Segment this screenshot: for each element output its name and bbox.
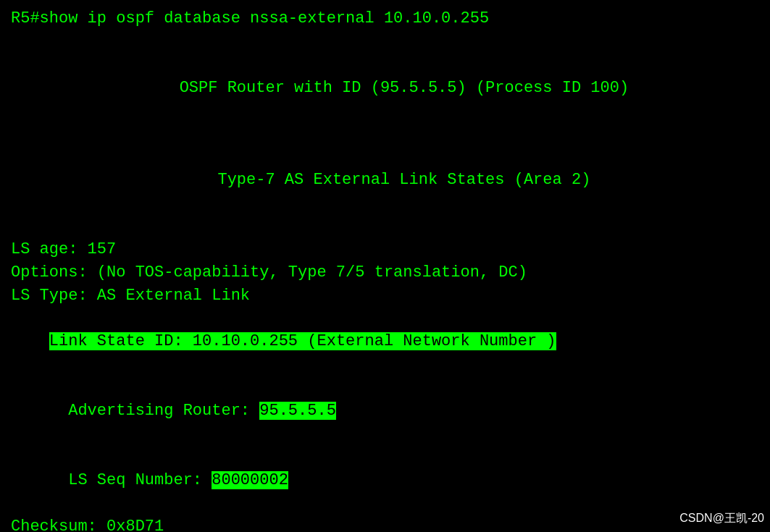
advertising-router-value: 95.5.5.5 xyxy=(259,402,336,420)
advertising-router-label: Advertising Router: xyxy=(49,402,259,420)
header2-line: Type-7 AS External Link States (Area 2) xyxy=(11,145,759,215)
checksum-line: Checksum: 0x8D71 xyxy=(11,515,759,532)
ls-seq-line: LS Seq Number: 80000002 xyxy=(11,446,759,515)
ls-type-line: LS Type: AS External Link xyxy=(11,284,759,308)
header1-text: OSPF Router with ID (95.5.5.5) (Process … xyxy=(180,79,629,97)
ls-seq-label: LS Seq Number: xyxy=(49,471,212,489)
header2-text: Type-7 AS External Link States (Area 2) xyxy=(217,171,590,189)
command-line: R5#show ip ospf database nssa-external 1… xyxy=(11,7,759,30)
options-line: Options: (No TOS-capability, Type 7/5 tr… xyxy=(11,261,759,284)
ls-seq-value: 80000002 xyxy=(212,471,288,489)
header1-line: OSPF Router with ID (95.5.5.5) (Process … xyxy=(11,54,759,123)
link-state-id-text: Link State ID: 10.10.0.255 (External Net… xyxy=(49,332,556,350)
link-state-id-line: Link State ID: 10.10.0.255 (External Net… xyxy=(11,308,759,377)
advertising-router-line: Advertising Router: 95.5.5.5 xyxy=(11,376,759,446)
watermark: CSDN@王凯-20 xyxy=(679,511,764,526)
terminal-window: R5#show ip ospf database nssa-external 1… xyxy=(0,0,770,532)
ls-age-line: LS age: 157 xyxy=(11,238,759,261)
